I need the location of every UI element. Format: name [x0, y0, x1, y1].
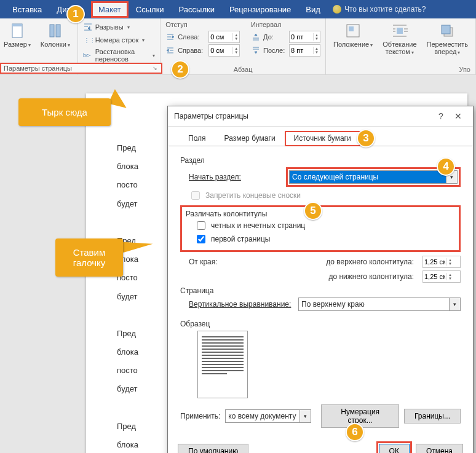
svg-text:bc-: bc-	[83, 52, 91, 58]
tab-paper-source[interactable]: Источник бумаги	[285, 131, 360, 146]
from-edge-label: От края:	[189, 258, 222, 266]
footer-distance-input[interactable]: ▲▼	[422, 270, 461, 283]
page-setup-launcher[interactable]: Параметры страницы ↘	[0, 63, 162, 74]
position-icon	[344, 22, 362, 39]
callout-2: Ставим галочку	[55, 238, 123, 277]
bring-forward-button[interactable]: Переместить вперед▾	[424, 21, 470, 65]
hyphenation-button[interactable]: bc- Расстановка переносов▾	[83, 47, 155, 64]
tab-view[interactable]: Вид	[298, 1, 328, 18]
tab-mailings[interactable]: Рассылки	[172, 1, 222, 18]
breaks-button[interactable]: Разрывы▾	[83, 21, 155, 33]
bring-forward-icon	[438, 22, 456, 39]
svg-rect-3	[56, 25, 60, 37]
indent-left-icon	[165, 32, 175, 42]
indent-right-input[interactable]: ▲▼	[208, 44, 240, 57]
size-button[interactable]: Размер▾	[1, 21, 33, 65]
page-size-icon	[9, 22, 26, 39]
cancel-button[interactable]: Отмена	[416, 444, 463, 453]
svg-rect-7	[349, 26, 354, 31]
vertical-align-dropdown[interactable]: По верхнему краю ▾	[298, 297, 461, 311]
chevron-down-icon: ▾	[299, 410, 311, 422]
ok-button[interactable]: ОК	[379, 444, 410, 453]
columns-icon	[47, 22, 64, 39]
dialog-help-button[interactable]: ?	[432, 111, 450, 121]
hyphenation-icon: bc-	[83, 50, 93, 60]
preview-thumbnail	[197, 331, 248, 398]
line-numbers-button[interactable]: ⋮⋮ Номера строк▾	[83, 34, 155, 46]
breaks-icon	[83, 22, 93, 32]
dialog-launcher-icon[interactable]: ↘	[151, 65, 159, 72]
spacing-after-input[interactable]: ▲▼	[289, 44, 320, 57]
tell-me-search[interactable]: Что вы хотите сделать?	[333, 5, 426, 14]
annotation-3: 3	[357, 129, 375, 148]
annotation-4: 4	[437, 157, 455, 176]
columns-button[interactable]: Колонки▾	[38, 21, 73, 65]
svg-rect-2	[50, 25, 54, 37]
callout-1: Тырк сюда	[18, 98, 111, 126]
odd-even-checkbox[interactable]	[197, 221, 205, 230]
borders-button-dialog[interactable]: Границы...	[404, 409, 461, 423]
indent-right-icon	[165, 45, 175, 55]
spacing-before-icon	[251, 32, 261, 42]
svg-text:⋮⋮: ⋮⋮	[84, 37, 93, 44]
dialog-tabs: Поля Размер бумаги Источник бумаги	[168, 127, 473, 146]
tab-insert[interactable]: Вставка	[5, 1, 49, 18]
tell-me-label: Что вы хотите сделать?	[344, 5, 426, 14]
tab-review[interactable]: Рецензирование	[222, 1, 298, 18]
annotation-5: 5	[304, 202, 322, 220]
tab-references[interactable]: Ссылки	[129, 1, 172, 18]
apply-to-dropdown[interactable]: ко всему документу ▾	[225, 409, 311, 423]
header-distance-input[interactable]: ▲▼	[422, 256, 461, 268]
indent-title: Отступ	[165, 21, 240, 28]
tab-paper-size[interactable]: Размер бумаги	[215, 131, 285, 146]
interval-title: Интервал	[251, 21, 320, 28]
annotation-6: 6	[346, 423, 364, 441]
dialog-close-button[interactable]: ✕	[450, 111, 467, 121]
page-setup-dialog: Параметры страницы ? ✕ Поля Размер бумаг…	[167, 106, 474, 453]
indent-left-input[interactable]: ▲▼	[208, 31, 240, 43]
tab-margins[interactable]: Поля	[179, 131, 215, 146]
dialog-title: Параметры страницы	[174, 112, 248, 120]
spacing-after-icon	[251, 45, 261, 55]
position-button[interactable]: Положение▾	[331, 21, 375, 65]
bulb-icon	[333, 5, 341, 14]
wrap-icon	[391, 22, 408, 39]
page-section-label: Страница	[180, 286, 461, 295]
tab-layout[interactable]: Макет	[91, 1, 129, 18]
page-setup-label: Параметры страницы	[4, 65, 72, 72]
start-section-dropdown[interactable]: Со следующей страницы ▾	[289, 170, 458, 184]
annotation-2: 2	[171, 60, 189, 79]
section-label: Раздел	[180, 156, 461, 165]
sample-label: Образец	[180, 320, 461, 328]
svg-rect-1	[12, 24, 22, 26]
spacing-before-input[interactable]: ▲▼	[289, 31, 320, 43]
default-button[interactable]: По умолчанию	[178, 444, 248, 453]
wrap-text-button[interactable]: Обтекание текстом▾	[380, 21, 419, 65]
svg-rect-10	[442, 25, 450, 34]
line-numbers-icon: ⋮⋮	[83, 35, 93, 45]
annotation-1: 1	[66, 5, 85, 23]
suppress-endnotes-checkbox	[191, 191, 200, 200]
first-page-checkbox[interactable]	[197, 235, 205, 243]
start-section-label: Начать раздел:	[189, 173, 281, 181]
svg-rect-8	[397, 28, 403, 34]
chevron-down-icon: ▾	[449, 298, 460, 310]
